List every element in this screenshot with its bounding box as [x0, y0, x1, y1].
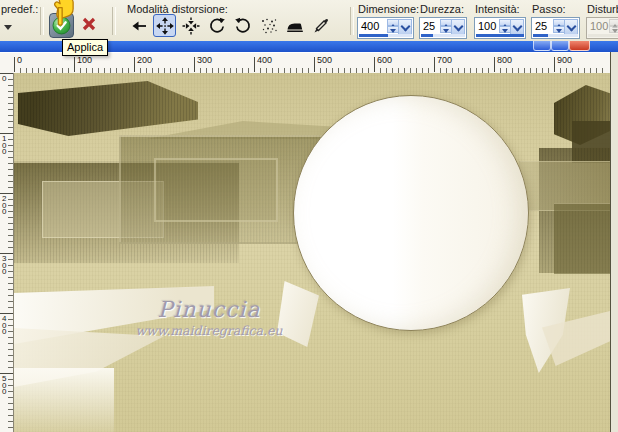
ruler-label: 4 0 0 [2, 316, 6, 336]
ruler-minor-tick [8, 121, 13, 122]
field-intensita: Intensità: [474, 2, 526, 39]
ruler-minor-tick [8, 427, 13, 428]
ruler-minor-tick [8, 205, 13, 206]
ruler-minor-tick [8, 241, 13, 242]
field-label: Intensità: [475, 3, 526, 15]
cancel-x-icon [80, 15, 98, 33]
ruler-tick [134, 57, 135, 72]
contract-arrows-icon [181, 16, 201, 36]
ruler-label: 100 [77, 55, 92, 65]
tool-noise[interactable] [257, 14, 280, 37]
tool-rotate-clockwise[interactable] [205, 14, 228, 37]
ruler-minor-tick [8, 163, 13, 164]
ruler-tick [554, 57, 555, 72]
spin-buttons [609, 19, 618, 33]
artwork-white-circle [293, 95, 529, 331]
value-track [533, 34, 578, 37]
slider-dropdown-button[interactable] [510, 19, 524, 35]
spin-up-button[interactable] [609, 19, 618, 26]
noise-dots-icon [259, 16, 279, 36]
ruler-tick [194, 57, 195, 72]
value-fill [421, 34, 433, 37]
value-fill [533, 34, 548, 37]
ruler-minor-tick [8, 337, 13, 338]
minimize-button[interactable] [533, 41, 551, 51]
ruler-minor-tick [8, 235, 13, 236]
expand-arrows-icon [155, 16, 175, 36]
spin-down-button[interactable] [609, 26, 618, 33]
close-button[interactable] [569, 41, 590, 51]
checkmark-icon [52, 16, 71, 35]
tool-brush[interactable] [309, 14, 332, 37]
ruler-label: 800 [497, 55, 512, 65]
ruler-label: 1 0 0 [2, 136, 6, 156]
durezza-input[interactable] [421, 19, 440, 32]
ruler-minor-tick [8, 79, 13, 80]
field-label: Disturbo: [587, 3, 618, 15]
ruler-tick [434, 57, 435, 72]
ruler-label: 700 [437, 55, 452, 65]
passo-input[interactable] [533, 19, 553, 32]
artwork-frame-center [154, 158, 278, 222]
field-label: Passo: [532, 3, 580, 15]
ruler-label: 900 [557, 55, 572, 65]
ruler-minor-tick [8, 325, 13, 326]
ruler-label: 0 [17, 55, 22, 65]
ruler-minor-tick [8, 211, 13, 212]
app-window: predef.: Modalità distorsione: [0, 0, 618, 432]
apply-button[interactable] [49, 13, 74, 38]
ruler-tick [314, 57, 315, 72]
preset-label: predef.: [1, 3, 38, 15]
slider-dropdown-button[interactable] [398, 19, 412, 35]
ruler-minor-tick [8, 271, 13, 272]
ruler-minor-tick [8, 295, 13, 296]
tool-expand[interactable] [153, 14, 176, 37]
preset-dropdown-button[interactable] [3, 23, 15, 33]
tool-contract[interactable] [179, 14, 202, 37]
value-track [476, 34, 524, 37]
tool-rotate-counterclockwise[interactable] [231, 14, 254, 37]
ruler-minor-tick [8, 91, 13, 92]
ruler-minor-tick [8, 391, 13, 392]
ruler-minor-tick [8, 397, 13, 398]
ruler-label: 2 0 0 [2, 196, 6, 216]
spinner-box [474, 17, 526, 39]
ruler-minor-tick [8, 109, 13, 110]
toolbar-separator [350, 7, 354, 35]
slider-dropdown-button[interactable] [451, 19, 465, 35]
ruler-minor-tick [8, 367, 13, 368]
ruler-minor-tick [8, 229, 13, 230]
distortion-tools [127, 14, 332, 37]
ruler-tick [14, 57, 15, 72]
ruler-minor-tick [8, 97, 13, 98]
dimensione-input[interactable] [359, 19, 387, 32]
field-dimensione: Dimensione: [357, 2, 419, 39]
ruler-minor-tick [8, 181, 13, 182]
watermark-title: Pinuccia [119, 297, 299, 322]
artwork-white-glow-bottom-left [14, 368, 114, 432]
slider-dropdown-button[interactable] [564, 19, 578, 35]
spinner-box [586, 17, 618, 39]
ruler-label: 5 0 0 [2, 376, 6, 396]
tool-push-left[interactable] [127, 14, 150, 37]
ruler-minor-tick [8, 139, 13, 140]
ruler-minor-tick [8, 277, 13, 278]
ruler-minor-tick [8, 283, 13, 284]
ruler-minor-tick [8, 355, 13, 356]
field-label: Durezza: [420, 3, 467, 15]
cancel-button[interactable] [79, 15, 99, 35]
disturbo-input[interactable] [588, 19, 609, 32]
ruler-minor-tick [8, 85, 13, 86]
intensita-input[interactable] [476, 19, 499, 32]
ruler-label: 0 [2, 76, 6, 83]
spinner-box [531, 17, 580, 39]
vertical-ruler: 01 0 02 0 03 0 04 0 05 0 0 [0, 73, 14, 432]
toolbar-separator [40, 7, 44, 35]
artwork-box-right [554, 203, 610, 274]
ruler-minor-tick [8, 157, 13, 158]
ruler-tick [374, 57, 375, 72]
restore-button[interactable] [551, 41, 569, 51]
ruler-minor-tick [8, 175, 13, 176]
tool-iron[interactable] [283, 14, 306, 37]
image-canvas[interactable]: Pinuccia www.maidiregrafica.eu [14, 73, 610, 432]
